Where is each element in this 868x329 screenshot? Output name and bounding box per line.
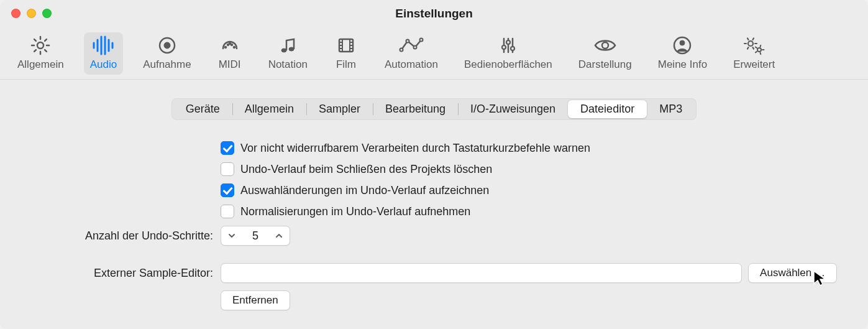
notes-icon bbox=[275, 35, 300, 56]
gear-icon bbox=[28, 35, 53, 56]
svg-line-55 bbox=[760, 52, 761, 53]
svg-point-36 bbox=[419, 38, 423, 41]
checkbox-row-record-normalize-undo: Normalisierungen im Undo-Verlauf aufnehm… bbox=[12, 205, 856, 218]
checkbox-row-warn-irrevocable: Vor nicht widerrufbarem Verarbeiten durc… bbox=[12, 141, 856, 155]
undo-steps-label: Anzahl der Undo-Schritte: bbox=[12, 229, 221, 243]
toolbar-tab-label: Meine Info bbox=[658, 58, 707, 71]
checkbox-label: Vor nicht widerrufbarem Verarbeiten durc… bbox=[240, 142, 590, 155]
toolbar-tab-label: Film bbox=[336, 58, 356, 71]
svg-line-52 bbox=[752, 38, 754, 40]
checkbox-row-clear-undo-close: Undo-Verlauf beim Schließen des Projekts… bbox=[12, 162, 856, 176]
external-editor-remove-row: Entfernen bbox=[12, 290, 856, 310]
svg-point-20 bbox=[233, 46, 235, 49]
toolbar-tab-meine-info[interactable]: Meine Info bbox=[652, 32, 713, 75]
svg-line-49 bbox=[747, 47, 749, 49]
svg-point-34 bbox=[406, 39, 409, 42]
external-editor-row: Externer Sample-Editor: Auswählen … bbox=[12, 263, 856, 283]
svg-line-8 bbox=[45, 39, 47, 41]
toolbar-tab-notation[interactable]: Notation bbox=[262, 32, 314, 75]
svg-point-21 bbox=[229, 42, 231, 45]
subtab-iozuweisungen[interactable]: I/O-Zuweisungen bbox=[458, 100, 568, 118]
toolbar-tab-film[interactable]: Film bbox=[327, 32, 365, 75]
svg-line-6 bbox=[34, 39, 36, 41]
toolbar-tab-aufnahme[interactable]: Aufnahme bbox=[137, 32, 198, 75]
close-window-button[interactable] bbox=[11, 9, 21, 18]
svg-line-2 bbox=[45, 50, 47, 52]
toolbar-tab-darstellung[interactable]: Darstellung bbox=[572, 32, 638, 75]
toolbar-tab-label: Allgemein bbox=[17, 58, 64, 71]
eye-icon bbox=[593, 35, 618, 56]
toolbar: AllgemeinAudioAufnahmeMIDINotationFilmAu… bbox=[0, 27, 868, 80]
subtab-dateieditor[interactable]: Dateieditor bbox=[568, 100, 647, 118]
svg-line-4 bbox=[34, 50, 36, 52]
stepper-decrease-icon[interactable] bbox=[221, 226, 242, 245]
titlebar: Einstellungen bbox=[0, 0, 868, 27]
subtab-mp3[interactable]: MP3 bbox=[647, 100, 695, 118]
checkbox-record-normalize-undo[interactable] bbox=[221, 205, 234, 218]
zoom-window-button[interactable] bbox=[42, 9, 52, 18]
checkbox-warn-irrevocable[interactable] bbox=[221, 141, 234, 155]
toolbar-tab-erweitert[interactable]: Erweitert bbox=[727, 32, 781, 75]
content-area: GeräteAllgemeinSamplerBearbeitungI/O-Zuw… bbox=[0, 80, 868, 318]
undo-steps-value: 5 bbox=[242, 229, 268, 243]
remove-button[interactable]: Entfernen bbox=[221, 290, 290, 310]
toolbar-tab-label: Darstellung bbox=[578, 58, 632, 71]
waveform-icon bbox=[91, 35, 116, 56]
svg-line-51 bbox=[747, 38, 749, 40]
form-area: Vor nicht widerrufbarem Verarbeiten durc… bbox=[12, 141, 856, 318]
checkbox-row-record-selection-undo: Auswahländerungen im Undo-Verlauf aufzei… bbox=[12, 183, 856, 197]
toolbar-tab-label: Bedienoberflächen bbox=[464, 58, 552, 71]
svg-point-46 bbox=[748, 41, 753, 46]
toolbar-tab-label: Audio bbox=[90, 58, 117, 71]
toolbar-tab-automation[interactable]: Automation bbox=[378, 32, 444, 75]
subtab-sampler[interactable]: Sampler bbox=[306, 100, 373, 118]
stepper-increase-icon[interactable] bbox=[268, 226, 290, 245]
svg-point-0 bbox=[37, 42, 43, 49]
svg-point-40 bbox=[502, 45, 506, 49]
svg-point-43 bbox=[602, 42, 608, 49]
subtab-geraete[interactable]: Geräte bbox=[173, 100, 232, 118]
checkbox-record-selection-undo[interactable] bbox=[221, 183, 234, 197]
choose-button[interactable]: Auswählen … bbox=[748, 263, 837, 283]
svg-line-48 bbox=[752, 47, 754, 49]
svg-point-17 bbox=[224, 46, 227, 49]
subtab-segmented-control: GeräteAllgemeinSamplerBearbeitungI/O-Zuw… bbox=[171, 98, 697, 120]
preferences-window: Einstellungen AllgemeinAudioAufnahmeMIDI… bbox=[0, 0, 868, 329]
checkbox-label: Undo-Verlauf beim Schließen des Projekts… bbox=[240, 163, 492, 176]
toolbar-tab-audio[interactable]: Audio bbox=[84, 32, 123, 75]
window-controls bbox=[11, 9, 52, 18]
gears-icon bbox=[742, 35, 767, 56]
toolbar-tab-label: Aufnahme bbox=[143, 58, 191, 71]
svg-point-41 bbox=[506, 40, 510, 44]
sliders-icon bbox=[496, 35, 521, 56]
undo-steps-row: Anzahl der Undo-Schritte: 5 bbox=[12, 226, 856, 246]
svg-point-53 bbox=[757, 48, 761, 52]
person-icon bbox=[670, 35, 695, 56]
external-editor-label: Externer Sample-Editor: bbox=[12, 267, 221, 280]
window-title: Einstellungen bbox=[395, 7, 473, 21]
undo-steps-stepper[interactable]: 5 bbox=[221, 226, 290, 246]
automation-icon bbox=[399, 35, 424, 56]
record-icon bbox=[155, 35, 180, 56]
toolbar-tab-label: Notation bbox=[268, 58, 308, 71]
svg-point-33 bbox=[400, 48, 403, 51]
subtab-allgemein2[interactable]: Allgemein bbox=[232, 100, 306, 118]
toolbar-tab-allgemein[interactable]: Allgemein bbox=[11, 32, 70, 75]
toolbar-tab-midi[interactable]: MIDI bbox=[211, 32, 249, 75]
svg-line-58 bbox=[760, 45, 761, 46]
external-editor-input[interactable] bbox=[221, 263, 742, 283]
toolbar-tab-label: Automation bbox=[385, 58, 438, 71]
minimize-window-button[interactable] bbox=[27, 9, 36, 18]
svg-point-16 bbox=[164, 42, 170, 49]
film-icon bbox=[334, 35, 359, 56]
svg-line-56 bbox=[756, 51, 757, 52]
checkbox-clear-undo-close[interactable] bbox=[221, 162, 234, 176]
toolbar-tab-bedienoberflaechen[interactable]: Bedienoberflächen bbox=[458, 32, 559, 75]
checkbox-label: Auswahländerungen im Undo-Verlauf aufzei… bbox=[240, 184, 489, 197]
toolbar-tab-label: Erweitert bbox=[733, 58, 775, 71]
midi-icon bbox=[217, 35, 242, 56]
svg-line-57 bbox=[756, 47, 757, 47]
subtab-bearbeitung[interactable]: Bearbeitung bbox=[373, 100, 458, 118]
svg-point-35 bbox=[413, 45, 416, 49]
svg-point-45 bbox=[680, 40, 685, 45]
